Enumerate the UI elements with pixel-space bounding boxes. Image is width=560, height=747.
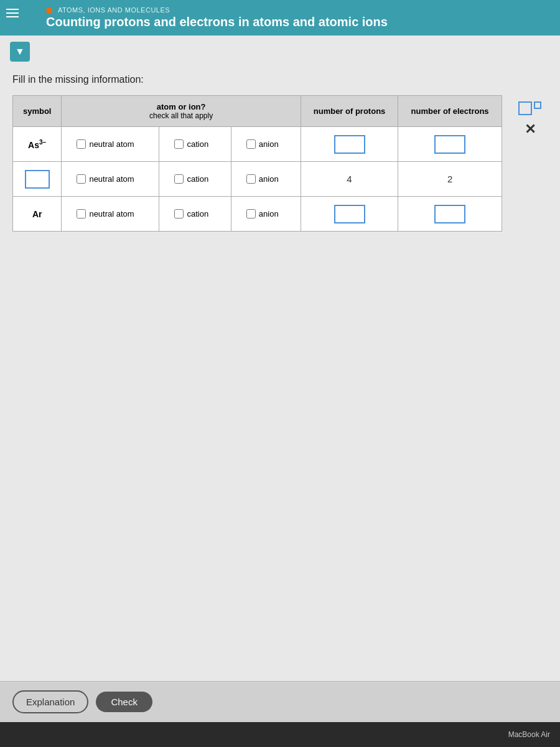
x-mark: ✕ — [525, 121, 536, 138]
symbol-cell-2[interactable] — [13, 162, 62, 197]
main-content: ▼ Fill in the missing information: symbo… — [0, 35, 560, 722]
dot-indicator — [46, 7, 52, 14]
toolbar: ▼ — [0, 35, 560, 68]
legend-square-super — [534, 101, 541, 109]
symbol-cell-as: As3− — [13, 127, 62, 162]
checkbox-cell-neutral-1: neutral atom — [62, 127, 159, 162]
protons-value-2: 4 — [347, 174, 352, 184]
table-area: symbol atom or ion? check all that apply… — [0, 95, 560, 232]
checkbox-cell-cation-3: cation — [159, 197, 231, 232]
anion-checkbox-1[interactable] — [246, 139, 256, 149]
cation-checkbox-3[interactable] — [174, 209, 184, 218]
table-row: neutral atom cation — [13, 162, 502, 197]
instruction-text: Fill in the missing information: — [0, 68, 560, 95]
cation-label-3[interactable]: cation — [174, 209, 208, 218]
spacer — [0, 232, 560, 681]
page-subtitle: ATOMS, IONS AND MOLECULES — [46, 6, 550, 14]
protons-input-3[interactable] — [334, 205, 365, 223]
electrons-input-1[interactable] — [434, 135, 465, 154]
page-header: ATOMS, IONS AND MOLECULES Counting proto… — [0, 0, 560, 35]
legend-icon — [518, 101, 541, 115]
checkbox-cell-neutral-3: neutral atom — [62, 197, 159, 232]
legend-box: ✕ — [512, 95, 548, 144]
symbol-cell-ar: Ar — [13, 197, 62, 232]
superscript-as: 3− — [39, 139, 46, 146]
hamburger-menu[interactable] — [6, 9, 19, 17]
neutral-atom-label-2[interactable]: neutral atom — [77, 174, 134, 184]
col-header-protons: number of protons — [301, 96, 398, 127]
anion-label-1[interactable]: anion — [246, 139, 279, 149]
cation-label-1[interactable]: cation — [174, 139, 208, 149]
checkbox-cell-anion-3: anion — [231, 197, 301, 232]
protons-input-1[interactable] — [334, 135, 365, 154]
electrons-cell-3[interactable] — [398, 197, 502, 232]
bottom-bar: Explanation Check — [0, 681, 560, 722]
cation-label-2[interactable]: cation — [174, 174, 208, 184]
neutral-atom-label-1[interactable]: neutral atom — [77, 139, 134, 149]
neutral-atom-label-3[interactable]: neutral atom — [77, 209, 134, 218]
electrons-cell-1[interactable] — [398, 127, 502, 162]
checkbox-cell-anion-1: anion — [231, 127, 301, 162]
protons-cell-3[interactable] — [301, 197, 398, 232]
electrons-input-3[interactable] — [434, 205, 465, 223]
legend-square-main — [518, 101, 532, 115]
main-table: symbol atom or ion? check all that apply… — [12, 95, 502, 232]
protons-cell-2: 4 — [301, 162, 398, 197]
check-button[interactable]: Check — [96, 692, 152, 712]
anion-label-2[interactable]: anion — [246, 174, 279, 184]
neutral-atom-checkbox-1[interactable] — [77, 139, 86, 149]
checkbox-cell-cation-1: cation — [159, 127, 231, 162]
col-header-symbol: symbol — [13, 96, 62, 127]
electrons-value-2: 2 — [447, 174, 452, 184]
cation-checkbox-2[interactable] — [174, 174, 184, 184]
col-header-atom-or-ion: atom or ion? check all that apply — [62, 96, 301, 127]
checkbox-cell-cation-2: cation — [159, 162, 231, 197]
macos-label: MacBook Air — [508, 730, 550, 739]
chevron-down-button[interactable]: ▼ — [10, 42, 30, 62]
macos-bar: MacBook Air — [0, 722, 560, 747]
anion-label-3[interactable]: anion — [246, 209, 279, 218]
anion-checkbox-2[interactable] — [246, 174, 256, 184]
col-header-electrons: number of electrons — [398, 96, 502, 127]
cation-checkbox-1[interactable] — [174, 139, 184, 149]
protons-cell-1[interactable] — [301, 127, 398, 162]
neutral-atom-checkbox-3[interactable] — [77, 209, 86, 218]
table-row: As3− neutral atom — [13, 127, 502, 162]
page-title: Counting protons and electrons in atoms … — [46, 15, 550, 29]
checkbox-cell-neutral-2: neutral atom — [62, 162, 159, 197]
neutral-atom-checkbox-2[interactable] — [77, 174, 86, 184]
explanation-button[interactable]: Explanation — [12, 690, 88, 713]
table-row: Ar neutral atom — [13, 197, 502, 232]
electrons-cell-2: 2 — [398, 162, 502, 197]
checkbox-cell-anion-2: anion — [231, 162, 301, 197]
symbol-input-2[interactable] — [25, 170, 50, 189]
anion-checkbox-3[interactable] — [246, 209, 256, 218]
